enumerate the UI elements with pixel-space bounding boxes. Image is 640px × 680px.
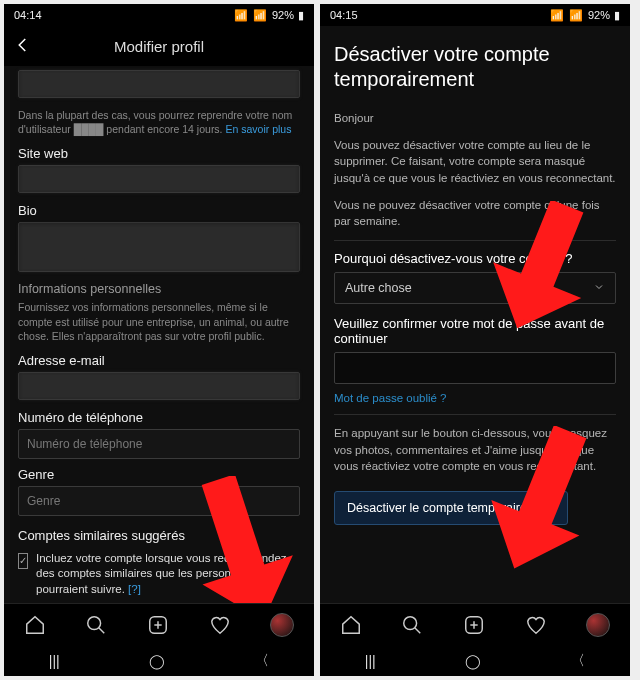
bio-field[interactable]	[18, 222, 300, 272]
deactivate-p2: Vous ne pouvez désactiver votre compte q…	[334, 197, 616, 230]
home-icon[interactable]	[24, 614, 46, 636]
similar-checkbox-row[interactable]: ✓ Incluez votre compte lorsque vous reco…	[18, 551, 300, 598]
password-field[interactable]	[334, 352, 616, 384]
status-right: 📶 📶 92% ▮	[550, 9, 620, 22]
phone-field[interactable]: Numéro de téléphone	[18, 429, 300, 459]
tab-bar	[4, 603, 314, 646]
deactivate-p3: En appuyant sur le bouton ci-dessous, vo…	[334, 425, 616, 475]
similar-help-link[interactable]: [?]	[125, 583, 141, 595]
heart-icon[interactable]	[209, 614, 231, 636]
deactivate-p1: Vous pouvez désactiver votre compte au l…	[334, 137, 616, 187]
deactivate-button[interactable]: Désactiver le compte temporairement	[334, 491, 568, 525]
add-icon[interactable]	[463, 614, 485, 636]
reason-select[interactable]: Autre chose	[334, 272, 616, 304]
bio-label: Bio	[18, 203, 300, 218]
add-icon[interactable]	[147, 614, 169, 636]
svg-line-1	[99, 628, 105, 634]
svg-line-6	[415, 628, 421, 634]
back-icon[interactable]	[14, 36, 32, 54]
phone-label: Numéro de téléphone	[18, 410, 300, 425]
username-field[interactable]	[18, 70, 300, 98]
status-battery: 92%	[272, 9, 294, 21]
page-title: Modifier profil	[114, 38, 204, 55]
nav-home-icon[interactable]: ◯	[149, 653, 165, 669]
genre-field[interactable]: Genre	[18, 486, 300, 516]
status-bar: 04:14 📶 📶 92% ▮	[4, 4, 314, 26]
search-icon[interactable]	[85, 614, 107, 636]
chevron-down-icon	[593, 281, 605, 296]
tab-bar	[320, 603, 630, 646]
nav-home-icon[interactable]: ◯	[465, 653, 481, 669]
phone-left: 04:14 📶 📶 92% ▮ Modifier profil Dans la …	[4, 4, 314, 676]
confirm-pwd-label: Veuillez confirmer votre mot de passe av…	[334, 316, 616, 346]
battery-icon: ▮	[614, 9, 620, 22]
similar-heading: Comptes similaires suggérés	[18, 528, 300, 543]
email-label: Adresse e-mail	[18, 353, 300, 368]
status-icons: 📶 📶	[234, 9, 268, 22]
android-nav: ||| ◯ 〈	[4, 646, 314, 676]
android-nav: ||| ◯ 〈	[320, 646, 630, 676]
separator	[334, 240, 616, 241]
site-web-label: Site web	[18, 146, 300, 161]
search-icon[interactable]	[401, 614, 423, 636]
nav-recents-icon[interactable]: |||	[49, 653, 60, 669]
email-field[interactable]	[18, 372, 300, 400]
status-icons: 📶 📶	[550, 9, 584, 22]
deactivate-title: Désactiver votre compte temporairement	[334, 42, 616, 92]
personal-info-caption: Fournissez vos informations personnelles…	[18, 300, 300, 343]
site-web-field[interactable]	[18, 165, 300, 193]
profile-avatar[interactable]	[270, 613, 294, 637]
svg-point-0	[88, 617, 101, 630]
profile-avatar[interactable]	[586, 613, 610, 637]
svg-point-5	[404, 617, 417, 630]
title-bar: Modifier profil	[4, 26, 314, 66]
forgot-password-link[interactable]: Mot de passe oublié ?	[334, 392, 616, 404]
nav-back-icon[interactable]: 〈	[255, 652, 269, 670]
status-time: 04:14	[14, 9, 42, 21]
nav-back-icon[interactable]: 〈	[571, 652, 585, 670]
reason-selected: Autre chose	[345, 281, 412, 295]
phone-right: 04:15 📶 📶 92% ▮ Désactiver votre compte …	[320, 4, 630, 676]
status-bar: 04:15 📶 📶 92% ▮	[320, 4, 630, 26]
content-right: Désactiver votre compte temporairement B…	[320, 26, 630, 603]
battery-icon: ▮	[298, 9, 304, 22]
similar-check-label: Incluez votre compte lorsque vous recomm…	[36, 551, 300, 598]
status-battery: 92%	[588, 9, 610, 21]
checkbox-icon[interactable]: ✓	[18, 553, 28, 569]
content-left: Dans la plupart des cas, vous pourrez re…	[4, 66, 314, 603]
separator	[334, 414, 616, 415]
nav-recents-icon[interactable]: |||	[365, 653, 376, 669]
learn-more-link[interactable]: En savoir plus	[223, 123, 292, 135]
reason-question: Pourquoi désactivez-vous votre compte ?	[334, 251, 616, 266]
genre-label: Genre	[18, 467, 300, 482]
heart-icon[interactable]	[525, 614, 547, 636]
status-time: 04:15	[330, 9, 358, 21]
home-icon[interactable]	[340, 614, 362, 636]
hello-text: Bonjour	[334, 110, 616, 127]
status-right: 📶 📶 92% ▮	[234, 9, 304, 22]
username-caption: Dans la plupart des cas, vous pourrez re…	[18, 108, 300, 136]
personal-info-heading: Informations personnelles	[18, 282, 300, 296]
